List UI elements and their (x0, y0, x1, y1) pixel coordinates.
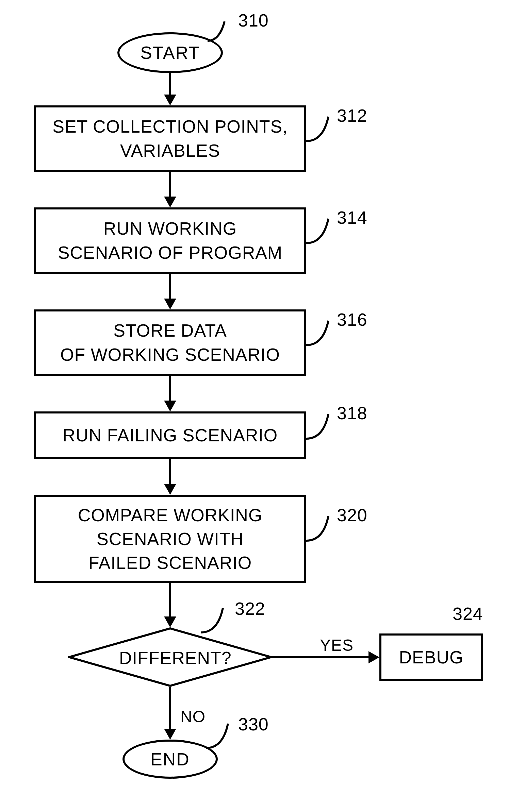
ref-324: 324 (453, 604, 483, 624)
edge-step2-step3 (169, 274, 171, 301)
flow-step-compare: COMPARE WORKING SCENARIO WITH FAILED SCE… (34, 495, 306, 583)
flow-step-run-working-label: RUN WORKING SCENARIO OF PROGRAM (58, 217, 282, 264)
arrowhead-step4-step5 (164, 484, 176, 495)
edge-step1-step2 (169, 172, 171, 199)
flow-step-store-data-label: STORE DATA OF WORKING SCENARIO (60, 319, 280, 366)
leader-322 (201, 605, 238, 636)
edge-step5-decision (169, 583, 171, 619)
ref-314: 314 (337, 207, 367, 228)
arrowhead-step2-step3 (164, 299, 176, 309)
flow-step-debug: DEBUG (379, 633, 483, 681)
edge-no-label: NO (180, 707, 206, 726)
arrowhead-start-step1 (164, 95, 176, 105)
flow-step-run-failing: RUN FAILING SCENARIO (34, 411, 306, 459)
leader-330 (206, 721, 243, 751)
edge-yes-label: YES (320, 636, 354, 655)
ref-312: 312 (337, 105, 367, 126)
ref-316: 316 (337, 309, 367, 330)
flow-step-set-collection: SET COLLECTION POINTS, VARIABLES (34, 105, 306, 172)
arrowhead-step5-decision (164, 616, 176, 627)
leader-310 (204, 19, 242, 43)
edge-step3-step4 (169, 376, 171, 403)
flow-start-label: START (140, 43, 200, 63)
ref-318: 318 (337, 403, 367, 423)
ref-310: 310 (238, 10, 269, 31)
edge-step4-step5 (169, 459, 171, 486)
edge-no (169, 687, 171, 731)
flow-step-store-data: STORE DATA OF WORKING SCENARIO (34, 309, 306, 376)
flow-step-set-collection-label: SET COLLECTION POINTS, VARIABLES (52, 115, 288, 162)
edge-yes (272, 656, 371, 658)
flow-step-compare-label: COMPARE WORKING SCENARIO WITH FAILED SCE… (78, 503, 263, 575)
arrowhead-no (164, 729, 176, 740)
ref-322: 322 (235, 598, 265, 619)
arrowhead-step1-step2 (164, 197, 176, 207)
flow-step-run-working: RUN WORKING SCENARIO OF PROGRAM (34, 207, 306, 274)
flow-end-label: END (150, 749, 190, 769)
flow-step-run-failing-label: RUN FAILING SCENARIO (63, 423, 278, 447)
edge-start-step1 (169, 73, 171, 97)
ref-320: 320 (337, 505, 367, 525)
flow-decision-different-label: DIFFERENT? (119, 648, 221, 668)
flow-step-debug-label: DEBUG (399, 645, 464, 669)
ref-330: 330 (238, 714, 269, 734)
flow-end: END (122, 740, 218, 779)
arrowhead-step3-step4 (164, 401, 176, 411)
arrowhead-yes (368, 651, 379, 663)
